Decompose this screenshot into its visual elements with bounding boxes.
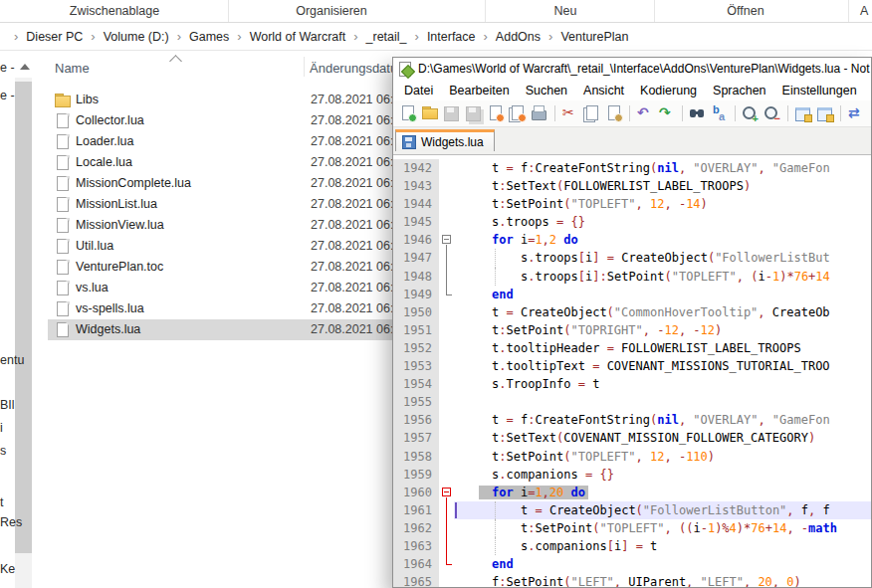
file-row[interactable]: Widgets.lua27.08.2021 06:3	[48, 319, 392, 340]
breadcrumb-item[interactable]: Dieser PC	[26, 30, 83, 44]
file-row[interactable]: vs-spells.lua27.08.2021 06:3	[48, 298, 392, 319]
tree-scroll-up-icon[interactable]	[20, 64, 30, 70]
zoom-out-icon[interactable]	[763, 104, 782, 122]
code-line[interactable]: 1953t.tooltipText = COVENANT_MISSIONS_TU…	[393, 357, 871, 375]
breadcrumb-item[interactable]: Interface	[427, 30, 476, 44]
code-line[interactable]: 1944t:SetPoint("TOPLEFT", 12, -14)	[393, 195, 871, 213]
sync-horizontal-icon[interactable]	[815, 104, 835, 122]
fold-margin[interactable]	[439, 555, 454, 573]
copy-icon[interactable]	[582, 104, 602, 122]
cut-icon[interactable]	[560, 104, 580, 122]
code-line[interactable]: 1946for i=1,2 do	[393, 231, 871, 249]
code-text[interactable]: t:SetText(FOLLOWERLIST_LABEL_TROOPS)	[454, 177, 871, 195]
fold-margin[interactable]	[439, 484, 454, 501]
fold-margin[interactable]	[439, 321, 454, 339]
menu-bearbeiten[interactable]: Bearbeiten	[441, 82, 517, 99]
menu-suchen[interactable]: Suchen	[518, 82, 575, 99]
code-text[interactable]: t:SetPoint("TOPLEFT", 12, -14)	[454, 195, 871, 213]
code-line[interactable]: 1947s.troops[i] = CreateObject("Follower…	[393, 249, 871, 267]
code-line[interactable]: 1958t:SetPoint("TOPLEFT", 12, -110)	[393, 448, 871, 466]
close-all-icon[interactable]	[508, 104, 528, 122]
code-text[interactable]: t = f:CreateFontString(nil, "OVERLAY", "…	[454, 411, 871, 429]
file-row[interactable]: vs.lua27.08.2021 06:3	[48, 278, 392, 298]
code-text[interactable]: for i=1,2 do	[454, 231, 871, 249]
column-header-modified[interactable]: Änderungsdatu	[310, 61, 397, 76]
code-text[interactable]: f:SetPoint("LEFT", UIParent, "LEFT", 20,…	[454, 573, 871, 587]
sync-vertical-icon[interactable]	[793, 104, 813, 122]
code-line[interactable]: 1943t:SetText(FOLLOWERLIST_LABEL_TROOPS)	[393, 177, 871, 195]
notepadpp-title-bar[interactable]: D:\Games\World of Warcraft\_retail_\Inte…	[393, 58, 871, 80]
file-row[interactable]: MissionComplete.lua27.08.2021 06:3	[48, 173, 392, 194]
undo-icon[interactable]	[635, 104, 655, 122]
code-text[interactable]: t:SetText(COVENANT_MISSION_FOLLOWER_CATE…	[454, 429, 871, 447]
code-line[interactable]: 1964end	[393, 555, 871, 573]
explorer-address-bar[interactable]: ›Dieser PC›Volume (D:)›Games›World of Wa…	[0, 23, 872, 51]
breadcrumb-item[interactable]: Games	[189, 30, 229, 44]
menu-einstellungen[interactable]: Einstellungen	[774, 82, 865, 99]
file-row[interactable]: Locale.lua27.08.2021 06:3	[48, 152, 392, 173]
fold-margin[interactable]	[439, 537, 454, 555]
file-row[interactable]: Collector.lua27.08.2021 06:3	[48, 110, 392, 131]
zoom-in-icon[interactable]	[741, 104, 761, 122]
code-text[interactable]: s.TroopInfo = t	[454, 375, 871, 393]
code-text[interactable]: t:SetPoint("TOPLEFT", ((i-1)%4)*76+14, -…	[454, 519, 871, 537]
file-row[interactable]: Libs27.08.2021 06:3	[48, 90, 392, 110]
file-row[interactable]: Loader.lua27.08.2021 06:3	[48, 131, 392, 152]
breadcrumb-item[interactable]: VenturePlan	[560, 30, 628, 44]
fold-margin[interactable]	[439, 195, 454, 213]
fold-margin[interactable]	[439, 429, 454, 447]
code-text[interactable]: t:SetPoint("TOPRIGHT", -12, -12)	[454, 321, 871, 339]
breadcrumb-item[interactable]: Volume (D:)	[104, 30, 169, 44]
open-file-icon[interactable]	[420, 104, 440, 122]
code-text[interactable]: end	[454, 286, 871, 303]
code-line[interactable]: 1963s.companions[i] = t	[393, 537, 871, 555]
menu-ansicht[interactable]: Ansicht	[575, 82, 632, 99]
column-header-name[interactable]: Name	[55, 61, 90, 76]
menu-kodierung[interactable]: Kodierung	[632, 82, 705, 99]
replace-icon[interactable]	[710, 104, 730, 122]
word-wrap-icon[interactable]	[846, 104, 866, 122]
fold-margin[interactable]	[439, 393, 454, 411]
column-divider[interactable]	[304, 57, 305, 77]
fold-collapse-icon[interactable]	[442, 235, 451, 244]
find-icon[interactable]	[688, 104, 708, 122]
fold-margin[interactable]	[439, 286, 454, 303]
code-line[interactable]: 1952t.tooltipHeader = FOLLOWERLIST_LABEL…	[393, 339, 871, 357]
code-text[interactable]: t.tooltipText = COVENANT_MISSIONS_TUTORI…	[454, 357, 871, 375]
code-line[interactable]: 1956t = f:CreateFontString(nil, "OVERLAY…	[393, 411, 871, 429]
paste-icon[interactable]	[604, 104, 624, 122]
code-line[interactable]: 1965f:SetPoint("LEFT", UIParent, "LEFT",…	[393, 573, 871, 587]
file-row[interactable]: MissionList.lua27.08.2021 06:3	[48, 194, 392, 215]
code-line[interactable]: 1948s.troops[i]:SetPoint("TOPLEFT", (i-1…	[393, 268, 871, 286]
code-line[interactable]: 1945s.troops = {}	[393, 213, 871, 231]
new-file-icon[interactable]	[398, 104, 418, 122]
code-line[interactable]: 1959s.companions = {}	[393, 466, 871, 484]
fold-margin[interactable]	[439, 411, 454, 429]
code-text[interactable]: s.companions[i] = t	[454, 537, 871, 555]
fold-margin[interactable]	[439, 519, 454, 537]
code-line[interactable]: 1962t:SetPoint("TOPLEFT", ((i-1)%4)*76+1…	[393, 519, 871, 537]
code-text[interactable]: s.troops[i] = CreateObject("FollowerList…	[454, 249, 871, 267]
code-line[interactable]: 1954s.TroopInfo = t	[393, 375, 871, 393]
code-text[interactable]	[454, 393, 871, 411]
fold-collapse-icon[interactable]	[442, 488, 451, 496]
menu-datei[interactable]: Datei	[396, 82, 441, 99]
code-text[interactable]: t = CreateObject("CommonHoverTooltip", C…	[454, 303, 871, 321]
fold-margin[interactable]	[439, 375, 454, 393]
print-icon[interactable]	[530, 104, 549, 122]
breadcrumb-item[interactable]: _retail_	[366, 30, 407, 44]
file-row[interactable]: MissionView.lua27.08.2021 06:3	[48, 215, 392, 236]
breadcrumb-item[interactable]: AddOns	[496, 30, 541, 44]
fold-margin[interactable]	[439, 448, 454, 466]
redo-icon[interactable]	[657, 104, 677, 122]
code-text[interactable]: s.troops = {}	[454, 213, 871, 231]
code-text[interactable]: s.troops[i]:SetPoint("TOPLEFT", (i-1)*76…	[454, 268, 871, 286]
tree-scrollbar-thumb[interactable]	[15, 82, 32, 553]
code-text[interactable]: t:SetPoint("TOPLEFT", 12, -110)	[454, 448, 871, 466]
fold-margin[interactable]	[439, 159, 454, 177]
fold-margin[interactable]	[439, 339, 454, 357]
fold-margin[interactable]	[439, 573, 454, 587]
fold-margin[interactable]	[439, 303, 454, 321]
code-editor[interactable]: 1942t = f:CreateFontString(nil, "OVERLAY…	[393, 155, 871, 587]
menu-sprachen[interactable]: Sprachen	[705, 82, 774, 99]
